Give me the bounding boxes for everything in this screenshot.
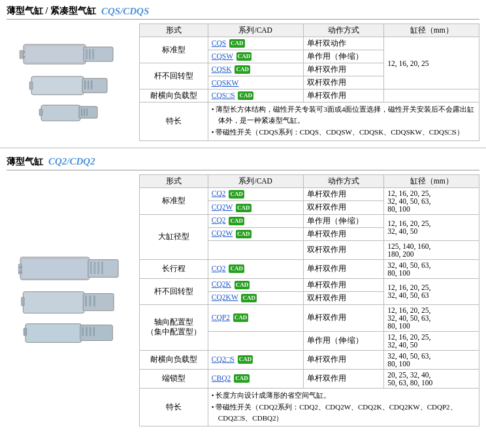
link-cq2s[interactable]: CQ2□S [212,355,235,363]
action-cell: 双杆双作用 [303,291,384,304]
series-cell [208,240,303,259]
section2-product-img2 [18,289,123,318]
section1-title-cn: 薄型气缸 / 紧凑型气缸 [7,5,96,17]
svg-rect-1 [25,46,84,63]
note-row: 特长 长度方向设计成薄形的省空间气缸。 带磁性开关（CDQ2系列：CDQ2、CD… [140,388,479,426]
type-cell: 耐横向负载型 [140,350,208,369]
svg-rect-31 [23,292,84,313]
svg-rect-13 [91,80,93,89]
action-cell: 单杆双作用 [303,187,384,201]
link-cq2-c[interactable]: CQ2 [212,264,226,272]
section-cq2: 薄型气缸 CQ2/CDQ2 [0,151,486,431]
cad-badge: CAD [238,91,253,100]
section2-header: 薄型气缸 CQ2/CDQ2 [7,156,479,170]
svg-rect-41 [89,327,91,336]
table-row: 耐横向负载型 CQ2□S CAD 单杆双作用 32, 40, 50, 63,80… [140,350,479,369]
table-row: 端锁型 CBQ2 CAD 单杆双作用 20, 25, 32, 40,50, 63… [140,369,479,388]
section2-product-images [7,174,134,427]
cad-badge: CAD [238,355,253,364]
svg-rect-4 [89,49,91,59]
section2-product-img1 [15,253,126,286]
svg-rect-3 [86,49,88,59]
svg-rect-12 [88,80,89,89]
series-cell: CQSW CAD [208,50,303,63]
svg-rect-42 [93,327,94,336]
type-cell: 特长 [140,103,208,141]
cad-badge: CAD [235,65,250,74]
diameter-cell: 12, 16, 20, 25,32, 40, 50, 63,80, 100 [384,187,479,214]
series-cell: CQS CAD [208,37,303,50]
link-cqsk[interactable]: CQSK [212,65,232,73]
link-cq2k[interactable]: CQ2K [212,280,231,288]
svg-rect-32 [83,294,114,311]
svg-rect-36 [21,297,24,306]
section2-title-cn: 薄型气缸 [7,156,43,168]
link-cqss[interactable]: CQS□S [212,91,235,99]
link-cqs[interactable]: CQS [212,39,226,47]
link-cq2[interactable]: CQ2 [212,189,226,197]
action-cell: 单杆双作用 [303,304,384,331]
action-cell: 单杆双作用 [303,350,384,369]
svg-rect-28 [18,264,22,274]
header-series: 系列/CAD [208,174,303,187]
section1-table: 形式 系列/CAD 动作方式 缸径（mm） 标准型 CQS CAD 单杆双动作 … [139,24,479,141]
series-cell: CQ2 CAD [208,187,303,201]
svg-rect-22 [22,259,88,279]
action-cell: 单作用（伸·缩） [303,331,384,350]
link-cq2w-b[interactable]: CQ2W [212,229,233,237]
table-row: 标准型 CQS CAD 单杆双动作 12, 16, 20, 25 [140,37,479,50]
link-cqsw[interactable]: CQSW [212,52,233,60]
series-cell: CQ2 CAD [208,214,303,227]
type-cell: 大缸径型 [140,214,208,259]
table-row: 轴向配置型 （集中配置型） CQP2 CAD 单杆双作用 12, 16, 20,… [140,304,479,331]
type-cell: 端锁型 [140,369,208,388]
header-action: 动作方式 [303,24,384,37]
type-cell: 标准型 [140,37,208,63]
cad-badge: CAD [229,217,244,225]
series-cell: CQ2W CAD [208,201,303,215]
table-row: 长行程 CQ2 CAD 单杆双作用 32, 40, 50, 63,80, 100 [140,259,479,278]
action-cell: 单杆双作用 [303,278,384,291]
type-cell: 标准型 [140,187,208,214]
link-cq2w[interactable]: CQ2W [212,203,233,211]
link-cqp2[interactable]: CQP2 [212,313,230,321]
header-diameter: 缸径（mm） [384,174,479,187]
action-cell: 单杆双作用 [303,63,384,76]
cad-badge: CAD [229,190,244,199]
link-cq2kw[interactable]: CQ2KW [212,293,238,301]
link-cqskw[interactable]: CQSKW [212,79,239,87]
section-cqs: 薄型气缸 / 紧凑型气缸 CQS/CDQS [0,0,486,145]
type-cell: 杆不回转型 [140,278,208,304]
note-item: 薄型长方体结构，磁性开关专装可3面或4面位置选择，磁性开关安装后不会露出缸体外，… [212,104,476,125]
series-cell: CBQ2 CAD [208,369,303,388]
series-cell: CQP2 CAD [208,304,303,331]
action-cell: 单作用（伸·缩） [303,50,384,63]
svg-rect-34 [89,296,91,307]
cad-badge: CAD [233,313,249,322]
svg-rect-20 [39,109,42,116]
note-row: 特长 薄型长方体结构，磁性开关专装可3面或4面位置选择，磁性开关安装后不会露出缸… [140,103,479,141]
section2-table: 形式 系列/CAD 动作方式 缸径（mm） 标准型 CQ2 CAD 单杆双作用 … [139,174,479,427]
cad-badge: CAD [229,39,245,48]
type-cell: 轴向配置型 （集中配置型） [140,304,208,350]
action-cell: 双杆双作用 [303,76,384,89]
link-cbq2[interactable]: CBQ2 [212,374,231,382]
cad-badge: CAD [235,281,250,289]
table-row: 大缸径型 CQ2 CAD 单作用（伸·缩） 12, 16, 20, 25,32,… [140,214,479,227]
svg-rect-19 [86,108,88,116]
svg-rect-11 [84,80,86,89]
type-cell: 杆不回转型 [140,63,208,89]
note-item: 带磁性开关（CDQS系列：CDQS、CDQSW、CDQSK、CDQSKW、CDQ… [212,127,476,138]
svg-rect-43 [24,328,27,336]
svg-rect-18 [84,108,85,116]
cad-badge: CAD [229,264,244,273]
link-cq2-b[interactable]: CQ2 [212,216,226,224]
action-cell: 单杆双作用 [303,227,384,240]
cad-badge: CAD [236,230,251,238]
svg-rect-10 [82,78,107,93]
note-cell: 长度方向设计成薄形的省空间气缸。 带磁性开关（CDQ2系列：CDQ2、CDQ2W… [208,388,479,426]
diameter-cell: 12, 16, 20, 25,32, 40, 50, 63 [384,278,479,304]
note-item: 长度方向设计成薄形的省空间气缸。 [212,390,476,401]
section1-product-img2 [28,73,113,99]
diameter-cell: 12, 16, 20, 25 [384,37,479,89]
